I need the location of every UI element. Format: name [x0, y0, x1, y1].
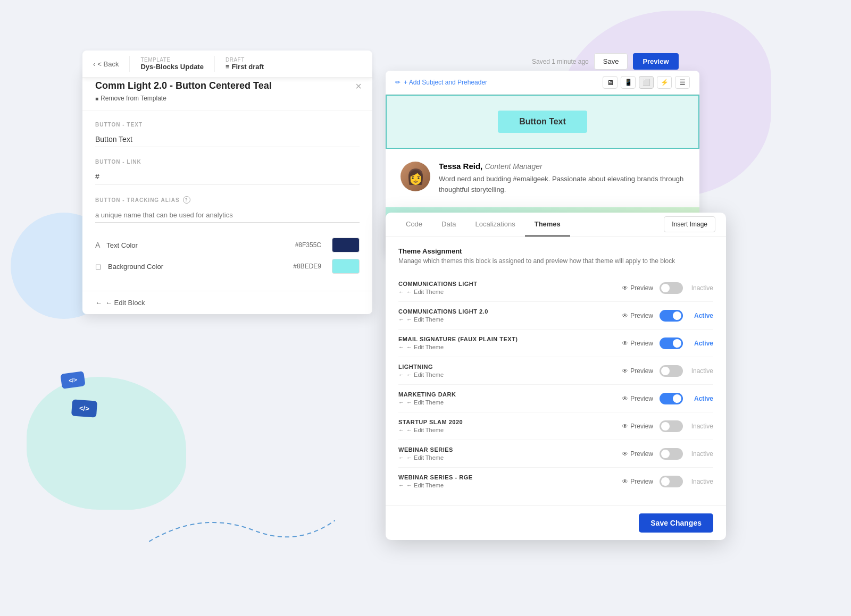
theme-toggle-0[interactable]	[660, 282, 683, 294]
theme-edit-2[interactable]: ← ← Edit Theme	[398, 344, 622, 350]
add-subject-area[interactable]: ✏ + Add Subject and Preheader	[395, 79, 487, 86]
bg-color-swatch[interactable]	[332, 259, 360, 274]
modal-footer: Save Changes	[386, 505, 726, 540]
theme-edit-3[interactable]: ← ← Edit Theme	[398, 372, 622, 378]
bg-color-hex: #8BEDE9	[293, 263, 321, 270]
code-tag-3: </>	[60, 371, 85, 389]
theme-name-6: WEBINAR SERIES	[398, 446, 622, 453]
save-button[interactable]: Save	[594, 53, 628, 70]
theme-status-5: Inactive	[689, 423, 713, 430]
theme-name-3: LIGHTNING	[398, 364, 622, 370]
theme-edit-1[interactable]: ← ← Edit Theme	[398, 316, 622, 323]
theme-actions-1: 👁 Preview Active	[622, 310, 713, 322]
draft-icon: ≡	[226, 63, 230, 71]
email-button-preview[interactable]: Button Text	[498, 111, 587, 133]
eye-icon-2: 👁	[622, 340, 628, 347]
back-icon: ‹	[93, 60, 95, 68]
eye-icon-3: 👁	[622, 367, 628, 375]
template-value: Dys-Blocks Update	[140, 63, 203, 71]
back-button[interactable]: ‹ < Back	[93, 60, 119, 68]
theme-edit-7[interactable]: ← ← Edit Theme	[398, 482, 622, 488]
theme-name-4: MARKETING DARK	[398, 391, 622, 398]
tab-code[interactable]: Code	[396, 213, 432, 237]
lightning-button[interactable]: ⚡	[657, 76, 672, 89]
tab-localizations[interactable]: Localizations	[466, 213, 525, 237]
template-label: TEMPLATE	[140, 57, 203, 63]
text-color-swatch[interactable]	[332, 238, 360, 252]
author-title: Content Manager	[485, 162, 542, 171]
theme-row-2: EMAIL SIGNATURE (FAUX PLAIN TEXT) ← ← Ed…	[398, 330, 713, 357]
add-subject-label[interactable]: + Add Subject and Preheader	[404, 79, 487, 86]
theme-info-7: WEBINAR SERIES - RGE ← ← Edit Theme	[398, 474, 622, 488]
desktop-view-button[interactable]: 🖥	[603, 76, 618, 89]
author-section: 👩 Tessa Reid, Content Manager Word nerd …	[386, 149, 699, 207]
theme-actions-4: 👁 Preview Active	[622, 393, 713, 404]
bg-color-row: ◻ Background Color #8BEDE9	[95, 259, 360, 274]
theme-name-2: EMAIL SIGNATURE (FAUX PLAIN TEXT)	[398, 336, 622, 342]
theme-toggle-3[interactable]	[660, 365, 683, 377]
draft-value: ≡ First draft	[226, 63, 264, 71]
theme-actions-5: 👁 Preview Inactive	[622, 420, 713, 432]
breadcrumb-template: TEMPLATE Dys-Blocks Update	[140, 57, 203, 71]
bg-color-icon: ◻	[95, 262, 102, 271]
close-button[interactable]: ×	[355, 80, 362, 92]
theme-row-5: STARTUP SLAM 2020 ← ← Edit Theme 👁 Previ…	[398, 412, 713, 440]
breadcrumb-draft: DRAFT ≡ First draft	[226, 57, 264, 71]
text-color-icon: A	[95, 241, 100, 249]
button-tracking-field: BUTTON - TRACKING ALIAS ?	[95, 196, 360, 223]
theme-info-2: EMAIL SIGNATURE (FAUX PLAIN TEXT) ← ← Ed…	[398, 336, 622, 350]
preview-button[interactable]: Preview	[633, 53, 678, 70]
theme-name-0: COMMUNICATIONS LIGHT	[398, 281, 622, 287]
theme-actions-3: 👁 Preview Inactive	[622, 365, 713, 377]
theme-edit-4[interactable]: ← ← Edit Theme	[398, 399, 622, 406]
theme-assignment-title: Theme Assignment	[398, 247, 713, 255]
edit-block-arrow: ←	[95, 299, 102, 307]
theme-edit-0[interactable]: ← ← Edit Theme	[398, 289, 622, 295]
button-text-input[interactable]	[95, 132, 360, 147]
button-tracking-input[interactable]	[95, 208, 360, 223]
theme-preview-1[interactable]: 👁 Preview	[622, 312, 653, 319]
theme-name-1: COMMUNICATIONS LIGHT 2.0	[398, 308, 622, 315]
theme-preview-2[interactable]: 👁 Preview	[622, 340, 653, 347]
remove-from-template-button[interactable]: ■ Remove from Template	[95, 95, 360, 102]
theme-status-2: Active	[689, 340, 713, 347]
back-label: < Back	[97, 60, 119, 68]
theme-status-0: Inactive	[689, 284, 713, 292]
theme-preview-7[interactable]: 👁 Preview	[622, 478, 653, 485]
theme-toggle-4[interactable]	[660, 393, 683, 404]
mobile-view-button[interactable]: 📱	[621, 76, 636, 89]
theme-name-7: WEBINAR SERIES - RGE	[398, 474, 622, 480]
theme-row-4: MARKETING DARK ← ← Edit Theme 👁 Preview …	[398, 385, 713, 412]
save-changes-button[interactable]: Save Changes	[639, 513, 713, 533]
theme-preview-4[interactable]: 👁 Preview	[622, 395, 653, 402]
theme-row-3: LIGHTNING ← ← Edit Theme 👁 Preview Inact…	[398, 357, 713, 385]
author-bio: Word nerd and budding #emailgeek. Passio…	[439, 174, 685, 195]
theme-edit-6[interactable]: ← ← Edit Theme	[398, 454, 622, 461]
theme-toggle-5[interactable]	[660, 420, 683, 432]
theme-preview-0[interactable]: 👁 Preview	[622, 284, 653, 292]
theme-toggle-7[interactable]	[660, 476, 683, 487]
theme-preview-6[interactable]: 👁 Preview	[622, 450, 653, 458]
insert-image-button[interactable]: Insert Image	[664, 216, 715, 232]
tablet-view-button[interactable]: ⬜	[639, 76, 654, 89]
theme-info-1: COMMUNICATIONS LIGHT 2.0 ← ← Edit Theme	[398, 308, 622, 323]
tab-themes[interactable]: Themes	[525, 213, 570, 237]
theme-status-6: Inactive	[689, 450, 713, 458]
tab-data[interactable]: Data	[432, 213, 465, 237]
menu-button[interactable]: ☰	[675, 76, 690, 89]
author-avatar: 👩	[401, 162, 430, 191]
theme-info-3: LIGHTNING ← ← Edit Theme	[398, 364, 622, 378]
theme-preview-5[interactable]: 👁 Preview	[622, 423, 653, 430]
eye-icon-1: 👁	[622, 312, 628, 319]
theme-toggle-6[interactable]	[660, 448, 683, 460]
theme-preview-3[interactable]: 👁 Preview	[622, 367, 653, 375]
help-icon: ?	[183, 196, 190, 204]
theme-edit-5[interactable]: ← ← Edit Theme	[398, 427, 622, 433]
theme-toggle-1[interactable]	[660, 310, 683, 322]
eye-icon-5: 👁	[622, 423, 628, 430]
edit-block-button[interactable]: ← ← Edit Block	[82, 291, 372, 314]
text-color-row: A Text Color #8F355C	[95, 238, 360, 252]
button-link-input[interactable]	[95, 169, 360, 184]
theme-toggle-2[interactable]	[660, 337, 683, 349]
theme-actions-6: 👁 Preview Inactive	[622, 448, 713, 460]
